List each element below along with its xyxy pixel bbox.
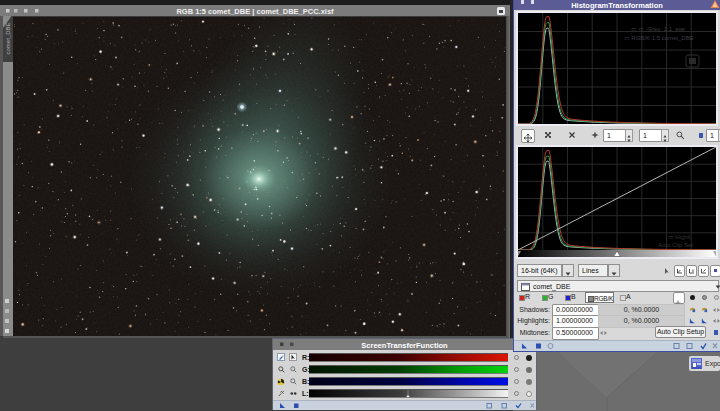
svg-text:▭ Highli: ▭ Highli <box>668 234 690 240</box>
svg-text:▭ RGB/K 1:5 comet_DBE: ▭ RGB/K 1:5 comet_DBE <box>624 35 694 41</box>
svg-text:▭ ▭ Grey 1:1 star: ▭ ▭ Grey 1:1 star <box>631 26 685 32</box>
svg-text:Auto Clip Set: Auto Clip Set <box>658 242 693 248</box>
